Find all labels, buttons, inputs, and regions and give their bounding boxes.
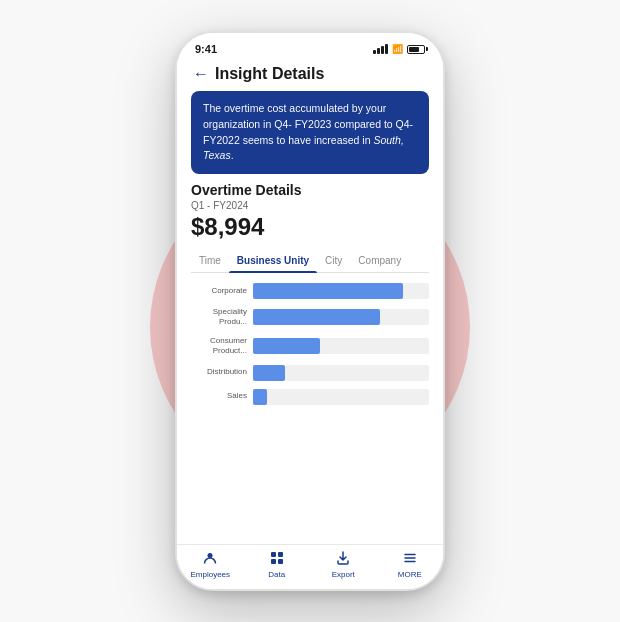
bar-fill	[253, 338, 320, 354]
chart-area: Corporate Speciality Produ... Consumer P…	[191, 283, 429, 405]
nav-label-data: Data	[268, 570, 285, 579]
period-label: Q1 - FY2024	[191, 200, 429, 211]
insight-banner: The overtime cost accumulated by your or…	[191, 91, 429, 174]
bar-fill	[253, 365, 285, 381]
insight-text: The overtime cost accumulated by your or…	[203, 101, 417, 164]
header: ← Insight Details	[177, 59, 443, 91]
bottom-nav: Employees Data	[177, 544, 443, 589]
chart-row-distribution: Distribution	[191, 365, 429, 381]
bar-track	[253, 283, 429, 299]
tab-company[interactable]: Company	[350, 251, 409, 272]
bar-fill	[253, 283, 403, 299]
svg-rect-1	[271, 552, 276, 557]
bar-track	[253, 365, 429, 381]
bar-track	[253, 338, 429, 354]
chart-label: Corporate	[191, 286, 253, 296]
page-wrapper: 9:41 📶 ← Insight Details	[0, 0, 620, 622]
chart-row-consumer: Consumer Product...	[191, 336, 429, 357]
nav-label-employees: Employees	[190, 570, 230, 579]
nav-label-export: Export	[332, 570, 355, 579]
tab-city[interactable]: City	[317, 251, 350, 272]
status-bar: 9:41 📶	[177, 33, 443, 59]
nav-item-more[interactable]: MORE	[377, 551, 444, 579]
phone-screen: ← Insight Details The overtime cost accu…	[177, 59, 443, 589]
tab-time[interactable]: Time	[191, 251, 229, 272]
section-title: Overtime Details	[191, 182, 429, 198]
svg-rect-4	[278, 559, 283, 564]
status-time: 9:41	[195, 43, 217, 55]
nav-label-more: MORE	[398, 570, 422, 579]
employees-icon	[203, 551, 217, 568]
bar-fill	[253, 389, 267, 405]
nav-item-employees[interactable]: Employees	[177, 551, 244, 579]
tabs-container: Time Business Unity City Company	[191, 251, 429, 273]
svg-rect-2	[278, 552, 283, 557]
status-icons: 📶	[373, 44, 425, 54]
chart-label: Speciality Produ...	[191, 307, 253, 328]
amount-value: $8,994	[191, 213, 429, 241]
back-button[interactable]: ←	[193, 65, 209, 83]
chart-row-sales: Sales	[191, 389, 429, 405]
chart-row-speciality: Speciality Produ...	[191, 307, 429, 328]
data-icon	[270, 551, 284, 568]
wifi-icon: 📶	[392, 44, 403, 54]
battery-icon	[407, 45, 425, 54]
more-icon	[403, 551, 417, 568]
tab-business-unity[interactable]: Business Unity	[229, 251, 317, 272]
svg-rect-3	[271, 559, 276, 564]
bar-track	[253, 309, 429, 325]
page-title: Insight Details	[215, 65, 324, 83]
back-title-row: ← Insight Details	[193, 65, 427, 83]
phone-frame: 9:41 📶 ← Insight Details	[175, 31, 445, 591]
chart-label: Consumer Product...	[191, 336, 253, 357]
nav-item-data[interactable]: Data	[244, 551, 311, 579]
chart-row-corporate: Corporate	[191, 283, 429, 299]
bar-fill	[253, 309, 380, 325]
signal-icon	[373, 44, 388, 54]
chart-label: Sales	[191, 391, 253, 401]
bar-track	[253, 389, 429, 405]
content-area: Overtime Details Q1 - FY2024 $8,994 Time…	[177, 182, 443, 544]
chart-label: Distribution	[191, 367, 253, 377]
export-icon	[336, 551, 350, 568]
nav-item-export[interactable]: Export	[310, 551, 377, 579]
